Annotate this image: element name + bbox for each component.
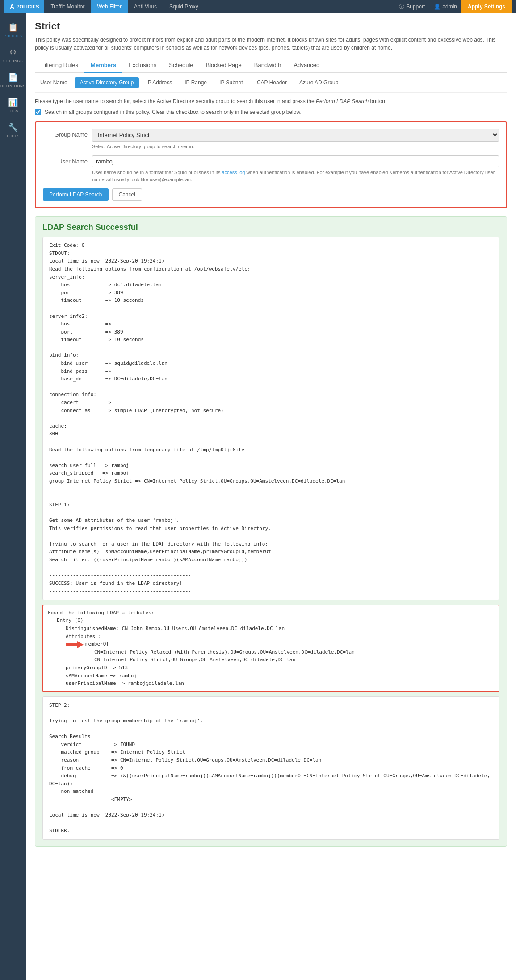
brand-label: POLICIES (16, 4, 39, 9)
main-tabs: Filtering Rules Members Exclusions Sched… (35, 58, 507, 73)
nav-squid-proxy[interactable]: Squid Proxy (163, 0, 205, 13)
sub-tab-user-name[interactable]: User Name (35, 77, 73, 88)
top-nav: A POLICIES Traffic Monitor Web Filter An… (0, 0, 516, 13)
user-name-hint: User name should be in a format that Squ… (92, 169, 499, 183)
sub-tab-active-directory-group[interactable]: Active Directory Group (75, 77, 139, 88)
main-content: Strict This policy was specifically desi… (26, 13, 516, 980)
search-all-groups-checkbox[interactable] (35, 109, 41, 115)
ldap-dn-line: DistinguishedName: CN=John Rambo,OU=User… (48, 625, 494, 633)
tools-icon: 🔧 (8, 122, 18, 132)
sub-tab-ip-address[interactable]: IP Address (141, 77, 177, 88)
search-all-groups-row: Search in all groups configured in this … (35, 109, 507, 115)
ldap-upn-line: userPrincipalName => ramboj@diladele.lan (48, 680, 494, 688)
ldap-highlight-box: Found the following LDAP attributes: Ent… (42, 605, 499, 692)
sub-tab-ip-subnet[interactable]: IP Subnet (214, 77, 248, 88)
nav-anti-virus[interactable]: Anti Virus (128, 0, 163, 13)
ldap-memberof-label: memberOf (85, 640, 355, 648)
logs-icon: 📊 (8, 97, 18, 107)
tab-blocked-page[interactable]: Blocked Page (200, 58, 248, 73)
access-log-link[interactable]: access log (222, 170, 245, 175)
ldap-entry-line: Entry (0) (48, 617, 494, 625)
group-name-row: Group Name Internet Policy Strict Select… (43, 129, 499, 150)
sidebar-item-label-settings: SETTINGS (3, 59, 23, 63)
apply-settings-button[interactable]: Apply Settings (461, 0, 512, 13)
sub-tab-azure-ad-group[interactable]: Azure AD Group (294, 77, 344, 88)
ldap-success-title: LDAP Search Successful (42, 223, 499, 232)
perform-ldap-search-button[interactable]: Perform LDAP Search (43, 188, 109, 201)
definitions-icon: 📄 (8, 72, 18, 82)
ldap-group1-line: CN=Internet Policy Relaxed (With Parenth… (85, 648, 355, 656)
sidebar-item-label-logs: LOGS (8, 109, 18, 113)
sidebar-item-label-definitions: DEFINITIONS (0, 84, 25, 88)
sidebar-item-policies[interactable]: 📋 POLICIES (0, 18, 26, 41)
group-name-hint: Select Active Directory group to search … (92, 143, 499, 150)
user-name-label: User Name (43, 155, 88, 165)
tab-bandwidth[interactable]: Bandwidth (248, 58, 288, 73)
group-name-select[interactable]: Internet Policy Strict (92, 129, 499, 142)
svg-marker-0 (66, 641, 84, 648)
sidebar-item-tools[interactable]: 🔧 TOOLS (0, 118, 26, 141)
tab-schedule[interactable]: Schedule (163, 58, 199, 73)
nav-traffic-monitor[interactable]: Traffic Monitor (44, 0, 91, 13)
tab-members[interactable]: Members (84, 58, 122, 73)
policies-icon: 📋 (8, 22, 18, 32)
search-all-groups-label: Search in all groups configured in this … (45, 109, 302, 115)
user-name-input[interactable] (92, 155, 499, 167)
brand: A POLICIES (4, 0, 44, 13)
perform-ldap-text: Perform LDAP Search (316, 98, 369, 104)
ldap-found-line: Found the following LDAP attributes: (48, 609, 494, 617)
policy-description: This policy was specifically designed to… (35, 36, 507, 52)
ldap-output-part1: Exit Code: 0 STDOUT: Local time is now: … (42, 237, 499, 600)
ldap-memberof-row: memberOf CN=Internet Policy Relaxed (Wit… (48, 640, 494, 664)
sidebar-item-definitions[interactable]: 📄 DEFINITIONS (0, 68, 26, 91)
user-name-control: User name should be in a format that Squ… (92, 155, 499, 183)
ldap-result-section: LDAP Search Successful Exit Code: 0 STDO… (35, 216, 507, 847)
page-title: Strict (35, 21, 507, 32)
sidebar-item-settings[interactable]: ⚙ SETTINGS (0, 43, 26, 66)
tab-exclusions[interactable]: Exclusions (122, 58, 163, 73)
group-name-label: Group Name (43, 129, 88, 138)
sidebar-item-logs[interactable]: 📊 LOGS (0, 93, 26, 116)
form-buttons: Perform LDAP Search Cancel (43, 188, 499, 201)
sidebar: 📋 POLICIES ⚙ SETTINGS 📄 DEFINITIONS 📊 LO… (0, 13, 26, 980)
nav-web-filter[interactable]: Web Filter (91, 0, 128, 13)
search-info-text: Please type the user name to search for,… (35, 98, 507, 104)
arrow-right-icon (66, 640, 84, 649)
sub-tab-icap-header[interactable]: ICAP Header (250, 77, 292, 88)
ldap-output-part2: STEP 2: ------- Trying to test the group… (42, 696, 499, 840)
ldap-primary-gid: primaryGroupID => 513 (48, 664, 494, 672)
user-icon: 👤 (434, 4, 440, 10)
cancel-button[interactable]: Cancel (112, 188, 142, 201)
ldap-samaccount: sAMAccountName => ramboj (48, 672, 494, 680)
brand-icon: A (10, 3, 14, 10)
user-name-row: User Name User name should be in a forma… (43, 155, 499, 183)
search-form-box: Group Name Internet Policy Strict Select… (35, 121, 507, 208)
tab-advanced[interactable]: Advanced (287, 58, 326, 73)
sub-tab-ip-range[interactable]: IP Range (179, 77, 212, 88)
support-icon: ⓘ (399, 3, 404, 11)
group-name-control: Internet Policy Strict Select Active Dir… (92, 129, 499, 150)
ldap-attributes-line: Attributes : (48, 633, 494, 641)
sidebar-item-label-policies: POLICIES (4, 34, 22, 38)
user-label: admin (442, 4, 457, 10)
support-label: Support (406, 4, 425, 10)
support-link[interactable]: ⓘ Support (394, 0, 429, 13)
sidebar-item-label-tools: TOOLS (6, 134, 19, 138)
tab-filtering-rules[interactable]: Filtering Rules (35, 58, 84, 73)
main-layout: 📋 POLICIES ⚙ SETTINGS 📄 DEFINITIONS 📊 LO… (0, 13, 516, 980)
settings-icon: ⚙ (9, 47, 17, 57)
sub-tabs: User Name Active Directory Group IP Addr… (35, 73, 507, 93)
ldap-group2-line: CN=Internet Policy Strict,OU=Groups,OU=A… (85, 656, 355, 664)
user-menu[interactable]: 👤 admin (429, 0, 461, 13)
